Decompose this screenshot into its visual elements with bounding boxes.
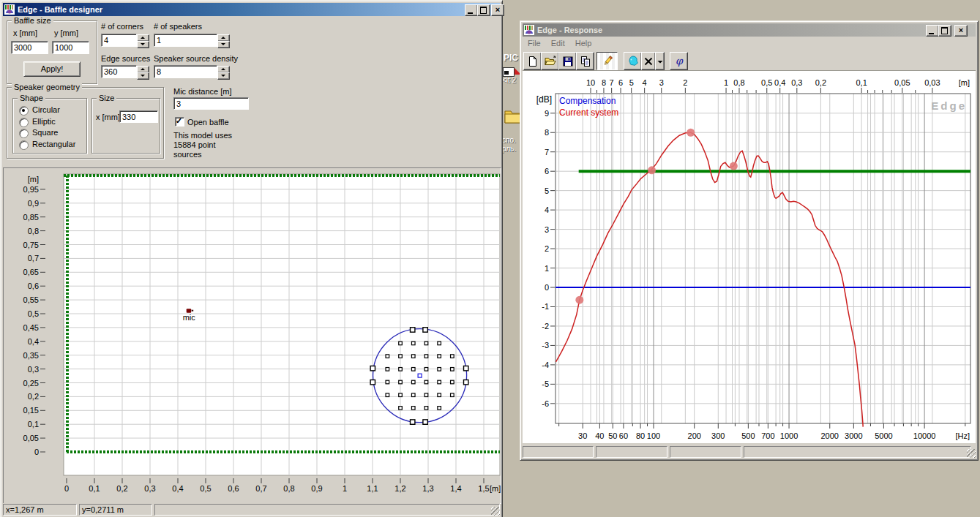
new-file-button[interactable] — [523, 52, 542, 70]
desktop-icon-label-spo[interactable]: спо. — [502, 136, 516, 144]
delete-icon — [643, 56, 654, 67]
svg-text:0,8: 0,8 — [283, 484, 294, 493]
desktop-icon-label-pic[interactable]: PIC — [504, 53, 518, 63]
svg-text:-6: -6 — [542, 399, 549, 408]
source-density-input[interactable] — [154, 65, 217, 78]
svg-text:0,3: 0,3 — [28, 365, 39, 374]
svg-text:5: 5 — [629, 78, 634, 87]
desktop-icon-label-it2[interactable]: <it 2 — [502, 76, 516, 84]
svg-text:0,8: 0,8 — [733, 78, 744, 87]
speaker-resize-handle[interactable] — [370, 366, 375, 370]
corners-spin-down-button[interactable] — [137, 41, 149, 48]
svg-text:Edge: Edge — [931, 99, 967, 112]
app-icon — [524, 25, 534, 35]
apply-button[interactable]: Apply! — [23, 61, 81, 77]
baffle-window-titlebar[interactable]: Edge - Baffle designer × — [3, 3, 500, 16]
mic-distance-label: Mic distance [m] — [173, 87, 231, 96]
model-info-line1: This model uses — [173, 131, 232, 140]
baffle-y-label: y [mm] — [54, 29, 78, 37]
svg-text:1: 1 — [545, 264, 549, 273]
speaker-resize-handle[interactable] — [423, 420, 427, 424]
edge-sources-spin-down-button[interactable] — [137, 72, 149, 80]
point-source — [399, 368, 403, 371]
minimize-button[interactable] — [926, 25, 939, 37]
point-source — [451, 393, 455, 397]
new-file-icon — [527, 56, 539, 67]
svg-text:0,5: 0,5 — [761, 78, 772, 87]
curve-control-point[interactable] — [687, 129, 695, 137]
svg-text:0,85: 0,85 — [23, 213, 39, 222]
save-button[interactable] — [558, 52, 577, 70]
close-button[interactable]: × — [954, 25, 968, 37]
resize-grip[interactable] — [491, 507, 500, 516]
svg-text:1,3: 1,3 — [422, 484, 433, 493]
speaker-resize-handle[interactable] — [411, 328, 415, 332]
save-icon — [562, 56, 574, 67]
response-chart[interactable]: [dB]-6-5-4-3-2-1012345678910876543210,80… — [523, 71, 976, 443]
mic-distance-input[interactable] — [173, 97, 249, 110]
shape-radio-square[interactable] — [19, 129, 29, 138]
delete-button[interactable] — [641, 52, 656, 70]
curve-control-point[interactable] — [575, 296, 583, 304]
delete-dropdown-button[interactable] — [655, 52, 665, 70]
edge-sources-input[interactable] — [101, 65, 137, 78]
phase-button[interactable]: φ — [670, 52, 688, 70]
size-x-input[interactable] — [119, 110, 158, 123]
point-source — [424, 341, 428, 345]
size-group: Size — [91, 98, 160, 154]
menu-file[interactable]: File — [523, 37, 546, 49]
svg-text:-4: -4 — [542, 361, 549, 369]
speakers-spin-down-button[interactable] — [217, 41, 230, 48]
response-window-titlebar[interactable]: Edge - Response × — [523, 23, 976, 37]
maximize-button[interactable] — [938, 25, 951, 37]
baffle-plot[interactable]: [m]00,050,10,150,20,250,30,350,40,450,50… — [4, 168, 501, 503]
curve-control-point[interactable] — [648, 166, 656, 174]
svg-text:10000: 10000 — [913, 431, 936, 440]
svg-text:5000: 5000 — [875, 431, 892, 440]
curve-control-point[interactable] — [730, 162, 738, 170]
copy-button[interactable] — [576, 52, 594, 70]
shape-radio-elliptic[interactable] — [19, 118, 29, 127]
corners-input[interactable] — [101, 34, 137, 47]
menu-help[interactable]: Help — [570, 37, 597, 49]
speaker-center-handle[interactable] — [418, 374, 422, 377]
speaker-resize-handle[interactable] — [411, 420, 415, 424]
speaker-resize-handle[interactable] — [423, 328, 427, 332]
svg-text:0,95: 0,95 — [23, 185, 39, 194]
open-baffle-checkbox[interactable]: ✓ — [175, 117, 184, 127]
svg-text:Compensation: Compensation — [559, 96, 616, 106]
point-source — [424, 393, 428, 397]
open-baffle-label: Open baffle — [187, 118, 229, 127]
baffle-y-input[interactable] — [52, 41, 89, 54]
close-button[interactable]: × — [491, 4, 504, 16]
response-window-title: Edge - Response — [537, 26, 602, 34]
draw-compensation-button[interactable] — [596, 52, 618, 70]
open-file-button[interactable] — [541, 52, 559, 70]
baffle-size-legend: Baffle size — [12, 16, 53, 25]
menu-edit[interactable]: Edit — [546, 37, 570, 49]
smooth-button[interactable] — [624, 52, 642, 70]
speaker-resize-handle[interactable] — [464, 380, 468, 384]
menubar: FileEditHelp — [523, 37, 596, 50]
speaker-resize-handle[interactable] — [464, 366, 468, 370]
point-source — [424, 407, 428, 410]
shape-radio-rectangular[interactable] — [19, 140, 29, 150]
maximize-button[interactable] — [477, 4, 490, 16]
shape-radio-circular[interactable] — [19, 106, 29, 116]
minimize-button[interactable] — [465, 4, 478, 16]
svg-text:1,1: 1,1 — [367, 484, 378, 493]
svg-text:0,9: 0,9 — [311, 484, 322, 493]
desktop-icon-label-rl[interactable]: рль. — [502, 145, 516, 153]
source-density-spin-down-button[interactable] — [217, 72, 230, 80]
open-file-icon — [544, 56, 556, 67]
speakers-label: # of speakers — [154, 22, 202, 31]
speaker-resize-handle[interactable] — [370, 380, 375, 384]
smooth-icon — [626, 55, 640, 67]
speakers-input[interactable] — [154, 34, 217, 47]
resize-grip[interactable] — [967, 449, 976, 458]
baffle-x-input[interactable] — [11, 41, 48, 54]
svg-text:Current system: Current system — [559, 107, 618, 118]
delete-dropdown-icon — [657, 56, 663, 67]
point-source — [399, 407, 403, 410]
svg-text:-2: -2 — [542, 322, 549, 331]
